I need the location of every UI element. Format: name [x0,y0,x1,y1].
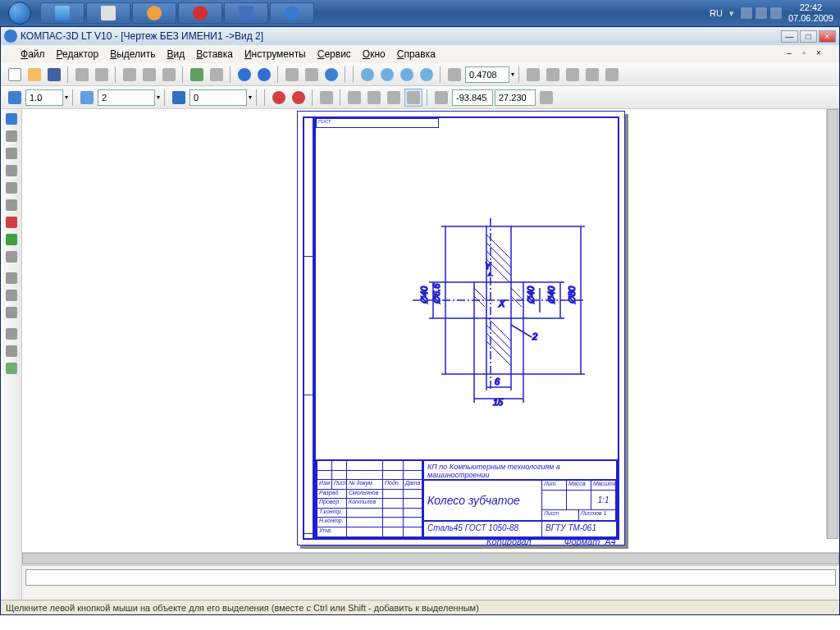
command-input[interactable] [25,569,836,586]
vtool-dimension[interactable] [2,145,21,162]
redraw-button[interactable] [583,66,601,84]
grid-button[interactable] [317,89,336,107]
app-icon [4,30,17,43]
taskbar-ie[interactable] [40,2,84,24]
vertical-scrollbar[interactable] [826,109,839,539]
vtool-select[interactable] [2,231,21,248]
top-note: ГОСТ [316,118,439,128]
zoom-scale-button[interactable] [445,66,463,84]
frame-button[interactable] [603,66,621,84]
maximize-button[interactable]: □ [800,30,817,43]
layer-button[interactable] [78,89,96,107]
vtool-f[interactable] [2,360,21,377]
copy-button[interactable] [140,66,158,84]
redo-button[interactable] [255,66,273,84]
tray-icon[interactable] [756,7,767,19]
menu-file[interactable]: Файл [16,47,50,62]
linewidth-input[interactable] [25,89,63,106]
zoom-window-button[interactable] [398,66,416,84]
taskbar-opera[interactable] [178,2,222,24]
vtool-a[interactable] [2,270,21,286]
style-input[interactable] [189,89,247,106]
zoom-fit-button[interactable] [418,66,436,84]
language-indicator[interactable]: RU [710,8,723,18]
vtool-measure[interactable] [2,214,21,231]
vtool-b[interactable] [2,287,21,304]
refresh-button[interactable] [564,66,582,84]
tool2-button[interactable] [385,89,403,107]
coord-y-input[interactable] [495,89,536,106]
svg-text:15: 15 [493,397,504,407]
view-button[interactable] [544,66,562,84]
zoom-out-button[interactable] [378,66,396,84]
vtool-e[interactable] [2,343,21,359]
vtool-c[interactable] [2,304,21,321]
svg-text:Y: Y [485,261,491,271]
tool1-button[interactable] [365,89,383,107]
undo-button[interactable] [235,66,253,84]
layer-input[interactable] [98,89,155,106]
tray-volume-icon[interactable] [770,7,782,19]
save-button[interactable] [45,66,63,84]
menu-editor[interactable]: Редактор [52,47,104,62]
clock[interactable]: 22:42 07.06.2009 [788,2,833,24]
coord-x-input[interactable] [452,89,493,106]
mdi-close[interactable]: × [813,48,824,60]
menu-view[interactable]: Вид [162,47,190,62]
menu-tools[interactable]: Инструменты [240,47,311,62]
drawing-canvas[interactable]: ГОСТ Y X [22,109,839,552]
vtool-d[interactable] [2,326,21,342]
cut-button[interactable] [121,66,139,84]
status-text: Щелкните левой кнопкой мыши на объекте д… [6,603,479,613]
menu-window[interactable]: Окно [358,47,390,62]
mdi-minimize[interactable]: – [783,48,795,60]
properties-button[interactable] [188,66,206,84]
linetype-button[interactable] [6,89,24,107]
tb-code: ВГТУ ТМ-061 [542,522,616,536]
paste-button[interactable] [160,66,178,84]
menu-help[interactable]: Справка [392,47,441,62]
vtool-edit[interactable] [2,180,21,196]
vtool-param[interactable] [2,197,21,213]
start-button[interactable] [0,0,39,26]
menu-insert[interactable]: Вставка [191,47,238,62]
properties-toolbar: ▾ ▾ ▾ [1,86,839,109]
fx-button[interactable] [283,66,301,84]
taskbar-kompas[interactable] [270,2,314,24]
vtool-line[interactable] [2,128,21,144]
taskbar-wmp[interactable] [132,2,176,24]
horizontal-scrollbar[interactable] [22,552,839,565]
vtool-text[interactable] [2,162,21,179]
vtool-geometry[interactable] [2,111,21,127]
ortho-button[interactable] [345,89,363,107]
menu-select[interactable]: Выделить [105,47,160,62]
zoom-in-button[interactable] [358,66,377,84]
taskbar-app1[interactable] [86,2,130,24]
mdi-restore[interactable]: ▫ [798,48,810,60]
tb-part-name: Колесо зубчатое [424,481,542,520]
style-button[interactable] [170,89,188,107]
pointer-button[interactable] [303,66,321,84]
pan-button[interactable] [524,66,542,84]
print-button[interactable] [73,66,91,84]
coord-toggle[interactable] [537,89,555,107]
tray-icon[interactable] [741,7,752,19]
zoom-value-input[interactable] [465,66,509,83]
close-button[interactable]: × [819,30,836,43]
minimize-button[interactable]: — [781,30,798,43]
new-button[interactable] [6,66,24,84]
snap2-button[interactable] [290,89,308,107]
content-area: ГОСТ Y X [1,109,839,600]
tool-button[interactable] [208,66,226,84]
taskbar-word[interactable] [224,2,268,24]
help-button[interactable] [322,66,340,84]
preview-button[interactable] [93,66,111,84]
menubar: Файл Редактор Выделить Вид Вставка Инстр… [1,45,839,63]
open-button[interactable] [25,66,43,84]
snap-button[interactable] [270,89,288,107]
windows-taskbar: RU ▾ 22:42 07.06.2009 [0,0,840,26]
menu-service[interactable]: Сервис [313,47,356,62]
statusbar: Щелкните левой кнопкой мыши на объекте д… [1,600,839,614]
vtool-spec[interactable] [2,249,21,265]
tool3-button[interactable] [404,89,422,107]
